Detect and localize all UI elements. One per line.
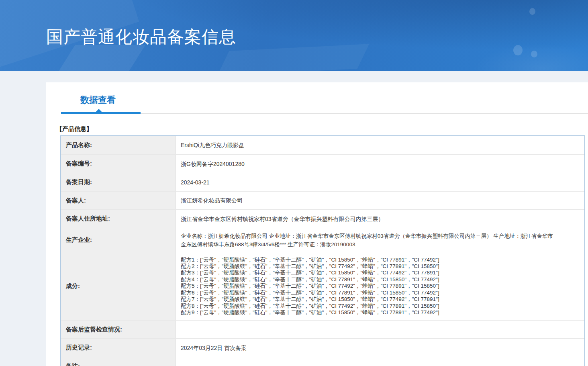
field-value: ErshiQi九色巧克力眼影盘 — [176, 136, 584, 154]
field-label: 备案人住所地址: — [61, 210, 176, 228]
tab-data-view[interactable]: 数据查看 — [80, 94, 116, 106]
page-title: 国产普通化妆品备案信息 — [46, 26, 236, 48]
row-registration-date: 备案日期: 2024-03-21 — [61, 173, 584, 191]
row-history: 历史记录: 2024年03月22日 首次备案 — [61, 338, 584, 357]
field-label: 成分: — [61, 252, 176, 320]
decorative-dot — [529, 8, 535, 15]
field-label: 历史记录: — [61, 339, 176, 357]
page-header-banner: 国产普通化妆品备案信息 — [0, 0, 588, 71]
tab-active-arrow-icon — [96, 109, 102, 112]
field-label: 产品名称: — [61, 136, 176, 154]
tab-bar-divider — [141, 113, 588, 114]
row-remarks: 备注: — [61, 357, 584, 366]
formula-line-6: 配方6：["云母"，"硬脂酸镁"，"硅石"，"辛基十二醇"，"矿油"，"CI 7… — [181, 290, 560, 296]
field-value: 配方1：["云母"，"硬脂酸镁"，"硅石"，"辛基十二醇"，"矿油"，"CI 1… — [176, 252, 584, 320]
product-info-table: 产品名称: ErshiQi九色巧克力眼影盘 备案编号: 浙G妆网备字202400… — [60, 135, 585, 366]
formula-line-3: 配方3：["云母"，"硬脂酸镁"，"硅石"，"辛基十二醇"，"矿油"，"CI 1… — [181, 270, 560, 276]
row-registrant: 备案人: 浙江妍希化妆品有限公司 — [61, 191, 584, 209]
formula-line-7: 配方7：["云母"，"硬脂酸镁"，"硅石"，"辛基十二醇"，"矿油"，"CI 1… — [181, 296, 560, 303]
formula-line-5: 配方5：["云母"，"硬脂酸镁"，"硅石"，"辛基十二醇"，"矿油"，"CI 7… — [181, 283, 560, 289]
field-value — [176, 357, 584, 366]
formula-line-1: 配方1：["云母"，"硬脂酸镁"，"硅石"，"辛基十二醇"，"矿油"，"CI 1… — [181, 257, 560, 263]
field-value: 企业名称：浙江妍希化妆品有限公司 企业地址：浙江省金华市金东区傅村镇祝家村03省… — [176, 228, 584, 252]
content-panel: 数据查看 【产品信息】 产品名称: ErshiQi九色巧克力眼影盘 备案编号: … — [46, 82, 588, 366]
field-value — [176, 321, 584, 338]
formula-line-8: 配方8：["云母"，"硬脂酸镁"，"硅石"，"辛基十二醇"，"矿油"，"CI 7… — [181, 303, 560, 309]
tab-active-underline — [61, 112, 141, 114]
formula-line-9: 配方9：["云母"，"硬脂酸镁"，"硅石"，"辛基十二醇"，"矿油"，"CI 1… — [181, 309, 560, 316]
formula-line-4: 配方4：["云母"，"硬脂酸镁"，"硅石"，"辛基十二醇"，"矿油"，"CI 7… — [181, 276, 560, 283]
field-label: 备案后监督检查情况: — [61, 321, 176, 338]
row-registration-number: 备案编号: 浙G妆网备字2024001280 — [61, 154, 584, 173]
field-label: 备注: — [61, 357, 176, 366]
field-label: 备案人: — [61, 192, 176, 209]
field-label: 生产企业: — [61, 228, 176, 252]
decorative-parallelogram — [217, 44, 370, 71]
row-post-registration-inspection: 备案后监督检查情况: — [61, 320, 584, 338]
field-label: 备案编号: — [61, 155, 176, 173]
formula-line-2: 配方2：["云母"，"硬脂酸镁"，"硅石"，"辛基十二醇"，"矿油"，"CI 7… — [181, 263, 560, 270]
field-value: 2024年03月22日 首次备案 — [176, 339, 584, 357]
row-registrant-address: 备案人住所地址: 浙江省金华市金东区傅村镇祝家村03省道旁（金华市振兴塑料有限公… — [61, 209, 584, 228]
row-manufacturer: 生产企业: 企业名称：浙江妍希化妆品有限公司 企业地址：浙江省金华市金东区傅村镇… — [61, 228, 584, 252]
field-value: 浙G妆网备字2024001280 — [176, 155, 584, 173]
field-value: 浙江妍希化妆品有限公司 — [176, 192, 584, 209]
field-label: 备案日期: — [61, 173, 176, 191]
decorative-parallelogram — [57, 45, 145, 71]
field-value: 2024-03-21 — [176, 173, 584, 191]
field-value: 浙江省金华市金东区傅村镇祝家村03省道旁（金华市振兴塑料有限公司内第三层） — [176, 210, 584, 228]
decorative-glow — [474, 44, 588, 71]
row-product-name: 产品名称: ErshiQi九色巧克力眼影盘 — [61, 136, 584, 154]
row-ingredients: 成分: 配方1：["云母"，"硬脂酸镁"，"硅石"，"辛基十二醇"，"矿油"，"… — [61, 252, 584, 320]
section-title-product-info: 【产品信息】 — [56, 125, 92, 133]
